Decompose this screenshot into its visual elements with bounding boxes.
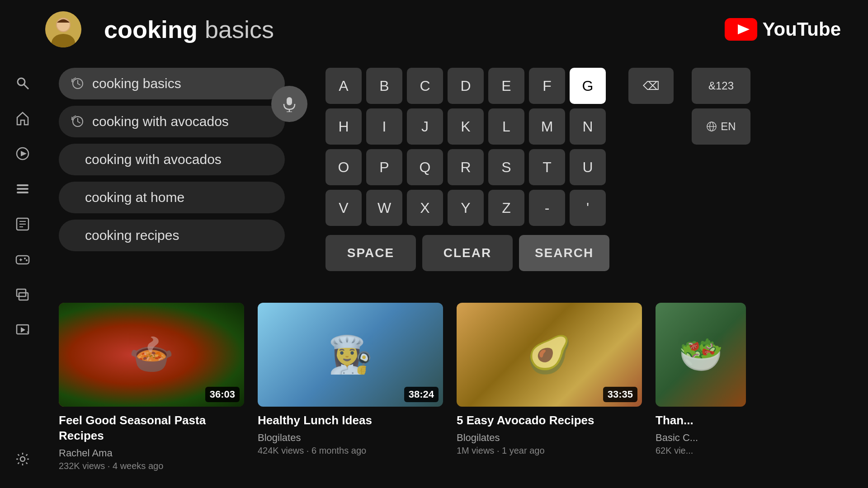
video-age-2: 6 months ago [311, 446, 366, 455]
video-meta-4: 62K vie... [656, 446, 746, 456]
key-numbers[interactable]: &123 [692, 68, 750, 104]
microphone-icon [281, 96, 297, 112]
clear-label: CLEAR [443, 246, 491, 260]
suggestion-item-1[interactable]: cooking basics [59, 68, 285, 99]
search-icon [15, 76, 30, 90]
key-hyphen[interactable]: - [529, 190, 565, 226]
key-L[interactable]: L [488, 108, 524, 145]
video-thumb-3: 33:35 [457, 303, 642, 407]
suggestion-text-5: cooking recipes [85, 228, 179, 243]
key-Q[interactable]: Q [407, 149, 443, 185]
video-meta-1: 232K views · 4 weeks ago [59, 461, 244, 471]
svg-rect-30 [287, 97, 292, 105]
key-T[interactable]: T [529, 149, 565, 185]
key-Y[interactable]: Y [448, 190, 484, 226]
duration-badge-3: 33:35 [603, 387, 637, 402]
video-channel-2: Blogilates [258, 432, 443, 444]
video-title-2: Healthy Lunch Ideas [258, 413, 443, 428]
sidebar-settings[interactable] [12, 448, 33, 470]
search-label: SEARCH [535, 246, 594, 260]
video-views-2: 424K views [258, 446, 304, 455]
sidebar-item-history[interactable] [12, 319, 33, 341]
svg-line-7 [24, 84, 28, 89]
key-C[interactable]: C [407, 68, 443, 104]
header: cooking basics YouTube [45, 0, 868, 59]
thumb-image-4 [656, 303, 746, 407]
key-H[interactable]: H [326, 108, 362, 145]
video-info-1: Feel Good Seasonal Pasta Recipes Rachel … [59, 407, 244, 471]
sidebar-item-news[interactable] [12, 213, 33, 235]
video-card-3[interactable]: 33:35 5 Easy Avocado Recipes Blogilates … [457, 303, 642, 474]
key-M[interactable]: M [529, 108, 565, 145]
key-search[interactable]: SEARCH [519, 235, 609, 271]
key-N[interactable]: N [570, 108, 606, 145]
key-F[interactable]: F [529, 68, 565, 104]
history-icon-1 [71, 77, 84, 90]
key-A[interactable]: A [326, 68, 362, 104]
key-V[interactable]: V [326, 190, 362, 226]
suggestion-item-5[interactable]: cooking recipes [59, 220, 285, 251]
space-label: SPACE [347, 246, 394, 260]
sidebar-item-home[interactable] [12, 108, 33, 129]
video-thumb-2: 38:24 [258, 303, 443, 407]
key-backspace[interactable]: ⌫ [628, 68, 674, 104]
clock-history-icon-2 [71, 115, 84, 128]
video-separator-3: · [497, 446, 502, 455]
key-E[interactable]: E [488, 68, 524, 104]
search-light: basics [205, 15, 274, 43]
video-views-1: 232K views [59, 461, 105, 471]
suggestion-text-4: cooking at home [85, 190, 184, 205]
keyboard: A B C D E F G ⌫ &123 H I J K L M N [326, 68, 841, 271]
sidebar-item-search[interactable] [12, 72, 33, 94]
key-U[interactable]: U [570, 149, 606, 185]
key-X[interactable]: X [407, 190, 443, 226]
history-icon-2 [71, 115, 84, 128]
svg-point-27 [20, 457, 25, 461]
mic-button[interactable] [271, 86, 307, 122]
video-age-1: 4 weeks ago [113, 461, 163, 471]
sidebar-item-subscriptions[interactable] [12, 143, 33, 164]
globe-icon [706, 121, 717, 132]
video-channel-1: Rachel Ama [59, 447, 244, 459]
key-S[interactable]: S [488, 149, 524, 185]
key-R[interactable]: R [448, 149, 484, 185]
suggestion-item-4[interactable]: cooking at home [59, 182, 285, 213]
key-language[interactable]: EN [692, 108, 750, 145]
key-O[interactable]: O [326, 149, 362, 185]
gaming-icon [15, 252, 30, 267]
video-card-2[interactable]: 38:24 Healthy Lunch Ideas Blogilates 424… [258, 303, 443, 474]
svg-marker-9 [21, 151, 27, 156]
clock-history-icon [71, 77, 84, 90]
key-apostrophe[interactable]: ' [570, 190, 606, 226]
key-Z[interactable]: Z [488, 190, 524, 226]
video-views-3: 1M views [457, 446, 494, 455]
sidebar-item-queue[interactable] [12, 284, 33, 305]
video-channel-3: Blogilates [457, 432, 642, 444]
key-W[interactable]: W [366, 190, 402, 226]
play-circle-icon [15, 146, 30, 161]
video-card-4[interactable]: Than... Basic C... 62K vie... [656, 303, 746, 474]
suggestion-item-2[interactable]: cooking with avocados [59, 106, 285, 137]
youtube-logo: YouTube [725, 18, 841, 41]
suggestion-item-3[interactable]: cooking with avocados [59, 144, 285, 175]
key-B[interactable]: B [366, 68, 402, 104]
key-K[interactable]: K [448, 108, 484, 145]
key-bottom-row: SPACE CLEAR SEARCH [326, 235, 841, 271]
key-J[interactable]: J [407, 108, 443, 145]
video-meta-2: 424K views · 6 months ago [258, 446, 443, 456]
svg-point-20 [24, 258, 26, 259]
video-title-1: Feel Good Seasonal Pasta Recipes [59, 413, 244, 444]
sidebar-item-library[interactable] [12, 178, 33, 200]
sidebar [0, 0, 45, 488]
language-label: EN [721, 120, 736, 133]
video-card-1[interactable]: 36:03 Feel Good Seasonal Pasta Recipes R… [59, 303, 244, 474]
key-P[interactable]: P [366, 149, 402, 185]
key-space[interactable]: SPACE [326, 235, 416, 271]
svg-point-6 [18, 78, 25, 85]
sidebar-item-gaming[interactable] [12, 249, 33, 270]
key-I[interactable]: I [366, 108, 402, 145]
video-title-3: 5 Easy Avocado Recipes [457, 413, 642, 428]
key-G[interactable]: G [570, 68, 606, 104]
key-clear[interactable]: CLEAR [422, 235, 513, 271]
key-D[interactable]: D [448, 68, 484, 104]
